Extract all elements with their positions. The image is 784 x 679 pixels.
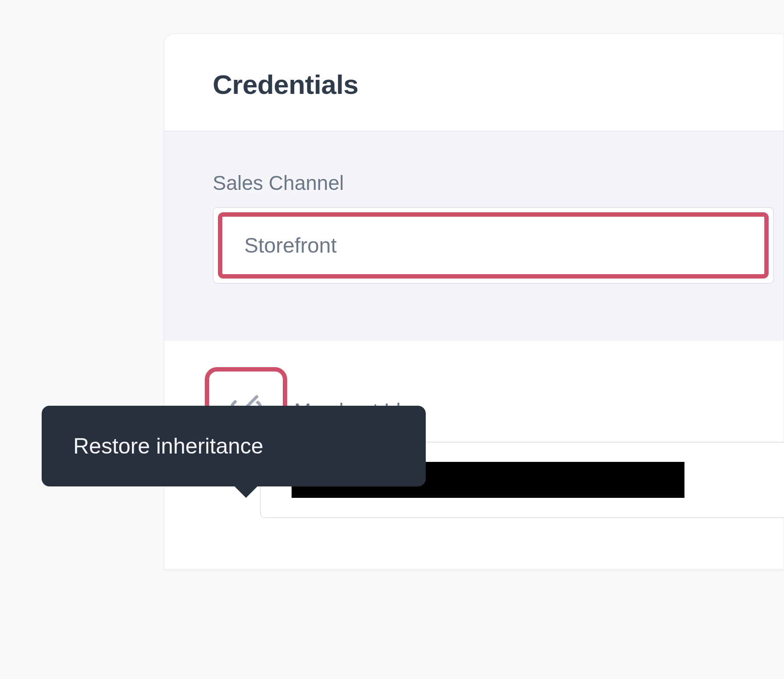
sales-channel-value: Storefront [244, 234, 337, 257]
tooltip-arrow-icon [234, 486, 258, 498]
sales-channel-label: Sales Channel [213, 171, 784, 195]
restore-inheritance-tooltip: Restore inheritance [42, 406, 426, 486]
tooltip-text: Restore inheritance [73, 433, 264, 459]
sales-channel-select-outer: Storefront [213, 207, 774, 284]
card-title: Credentials [213, 69, 784, 100]
sales-channel-select[interactable]: Storefront [218, 212, 769, 279]
card-body-sales-channel: Sales Channel Storefront [164, 132, 784, 341]
sales-channel-select-wrap: Storefront [213, 207, 774, 284]
card-header: Credentials [164, 34, 784, 132]
